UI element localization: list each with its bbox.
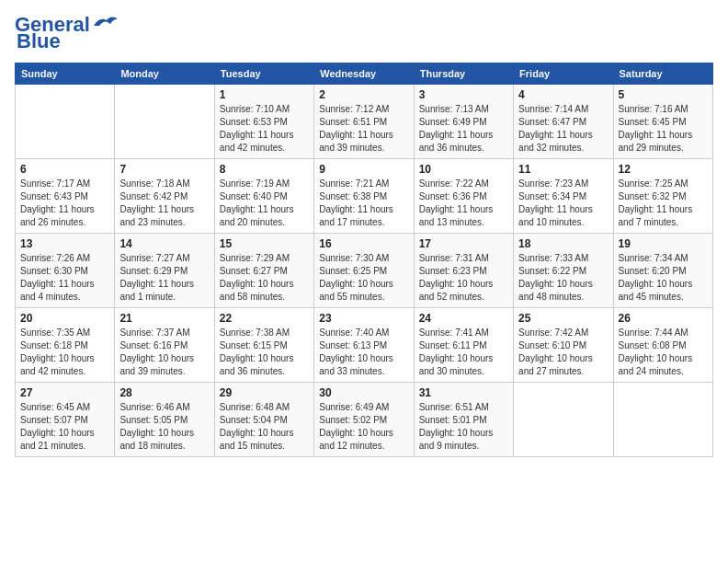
header-cell-saturday: Saturday [613, 63, 712, 85]
day-info: Sunrise: 6:49 AM Sunset: 5:02 PM Dayligh… [319, 401, 408, 453]
logo: General Blue [15, 15, 119, 52]
day-info: Sunrise: 7:18 AM Sunset: 6:42 PM Dayligh… [119, 178, 209, 229]
week-row-2: 6Sunrise: 7:17 AM Sunset: 6:43 PM Daylig… [16, 159, 713, 234]
day-cell: 9Sunrise: 7:21 AM Sunset: 6:38 PM Daylig… [314, 159, 414, 234]
day-cell: 5Sunrise: 7:16 AM Sunset: 6:45 PM Daylig… [613, 85, 712, 159]
day-number: 24 [419, 312, 508, 325]
day-info: Sunrise: 6:45 AM Sunset: 5:07 PM Dayligh… [20, 401, 109, 453]
header-cell-thursday: Thursday [414, 63, 513, 85]
day-info: Sunrise: 7:33 AM Sunset: 6:22 PM Dayligh… [518, 252, 608, 304]
day-cell: 12Sunrise: 7:25 AM Sunset: 6:32 PM Dayli… [613, 159, 712, 234]
day-info: Sunrise: 7:44 AM Sunset: 6:08 PM Dayligh… [619, 327, 708, 378]
day-cell: 15Sunrise: 7:29 AM Sunset: 6:27 PM Dayli… [214, 234, 313, 308]
day-info: Sunrise: 7:29 AM Sunset: 6:27 PM Dayligh… [220, 252, 309, 304]
day-info: Sunrise: 7:25 AM Sunset: 6:32 PM Dayligh… [619, 178, 708, 229]
day-number: 4 [518, 88, 608, 101]
day-cell: 17Sunrise: 7:31 AM Sunset: 6:23 PM Dayli… [414, 234, 513, 308]
day-number: 5 [619, 88, 708, 101]
day-cell: 1Sunrise: 7:10 AM Sunset: 6:53 PM Daylig… [214, 85, 313, 159]
week-row-1: 1Sunrise: 7:10 AM Sunset: 6:53 PM Daylig… [16, 85, 713, 159]
day-cell: 8Sunrise: 7:19 AM Sunset: 6:40 PM Daylig… [214, 159, 313, 234]
day-cell: 30Sunrise: 6:49 AM Sunset: 5:02 PM Dayli… [314, 383, 414, 457]
day-cell: 19Sunrise: 7:34 AM Sunset: 6:20 PM Dayli… [613, 234, 712, 308]
day-cell: 28Sunrise: 6:46 AM Sunset: 5:05 PM Dayli… [115, 383, 214, 457]
header-cell-wednesday: Wednesday [314, 63, 414, 85]
day-info: Sunrise: 7:23 AM Sunset: 6:34 PM Dayligh… [518, 178, 608, 229]
day-number: 29 [220, 386, 309, 399]
day-cell: 22Sunrise: 7:38 AM Sunset: 6:15 PM Dayli… [214, 308, 313, 383]
header-cell-monday: Monday [115, 63, 214, 85]
week-row-5: 27Sunrise: 6:45 AM Sunset: 5:07 PM Dayli… [16, 383, 713, 457]
day-number: 3 [419, 88, 508, 101]
day-cell [16, 85, 115, 159]
day-number: 15 [220, 237, 309, 250]
day-number: 21 [119, 312, 209, 325]
week-row-4: 20Sunrise: 7:35 AM Sunset: 6:18 PM Dayli… [16, 308, 713, 383]
day-number: 14 [119, 237, 209, 250]
day-number: 22 [220, 312, 309, 325]
header-cell-friday: Friday [514, 63, 613, 85]
day-info: Sunrise: 7:40 AM Sunset: 6:13 PM Dayligh… [319, 327, 408, 378]
day-number: 11 [518, 163, 608, 176]
day-number: 16 [319, 237, 408, 250]
day-cell: 3Sunrise: 7:13 AM Sunset: 6:49 PM Daylig… [414, 85, 513, 159]
day-cell: 6Sunrise: 7:17 AM Sunset: 6:43 PM Daylig… [16, 159, 115, 234]
day-cell [115, 85, 214, 159]
day-info: Sunrise: 6:48 AM Sunset: 5:04 PM Dayligh… [220, 401, 309, 453]
day-info: Sunrise: 7:31 AM Sunset: 6:23 PM Dayligh… [419, 252, 508, 304]
day-number: 17 [419, 237, 508, 250]
day-info: Sunrise: 6:46 AM Sunset: 5:05 PM Dayligh… [119, 401, 209, 453]
day-cell: 24Sunrise: 7:41 AM Sunset: 6:11 PM Dayli… [414, 308, 513, 383]
header-row: SundayMondayTuesdayWednesdayThursdayFrid… [16, 63, 713, 85]
day-info: Sunrise: 7:14 AM Sunset: 6:47 PM Dayligh… [518, 103, 608, 155]
header-cell-tuesday: Tuesday [214, 63, 313, 85]
day-cell: 20Sunrise: 7:35 AM Sunset: 6:18 PM Dayli… [16, 308, 115, 383]
day-info: Sunrise: 7:10 AM Sunset: 6:53 PM Dayligh… [220, 103, 309, 155]
calendar-table: SundayMondayTuesdayWednesdayThursdayFrid… [15, 63, 713, 457]
day-info: Sunrise: 7:17 AM Sunset: 6:43 PM Dayligh… [20, 178, 109, 229]
day-cell: 18Sunrise: 7:33 AM Sunset: 6:22 PM Dayli… [514, 234, 613, 308]
day-cell: 7Sunrise: 7:18 AM Sunset: 6:42 PM Daylig… [115, 159, 214, 234]
day-info: Sunrise: 7:19 AM Sunset: 6:40 PM Dayligh… [220, 178, 309, 229]
day-info: Sunrise: 7:35 AM Sunset: 6:18 PM Dayligh… [20, 327, 109, 378]
day-number: 7 [119, 163, 209, 176]
day-cell: 31Sunrise: 6:51 AM Sunset: 5:01 PM Dayli… [414, 383, 513, 457]
day-number: 1 [220, 88, 309, 101]
day-number: 10 [419, 163, 508, 176]
day-cell: 4Sunrise: 7:14 AM Sunset: 6:47 PM Daylig… [514, 85, 613, 159]
day-number: 31 [419, 386, 508, 399]
day-cell: 2Sunrise: 7:12 AM Sunset: 6:51 PM Daylig… [314, 85, 414, 159]
logo-bird-icon [92, 13, 119, 33]
day-number: 6 [20, 163, 109, 176]
day-info: Sunrise: 7:12 AM Sunset: 6:51 PM Dayligh… [319, 103, 408, 155]
day-info: Sunrise: 7:21 AM Sunset: 6:38 PM Dayligh… [319, 178, 408, 229]
day-cell [613, 383, 712, 457]
header-cell-sunday: Sunday [16, 63, 115, 85]
day-number: 9 [319, 163, 408, 176]
day-info: Sunrise: 7:42 AM Sunset: 6:10 PM Dayligh… [518, 327, 608, 378]
day-number: 28 [119, 386, 209, 399]
day-number: 18 [518, 237, 608, 250]
day-cell: 29Sunrise: 6:48 AM Sunset: 5:04 PM Dayli… [214, 383, 313, 457]
day-info: Sunrise: 7:37 AM Sunset: 6:16 PM Dayligh… [119, 327, 209, 378]
day-info: Sunrise: 6:51 AM Sunset: 5:01 PM Dayligh… [419, 401, 508, 453]
day-number: 8 [220, 163, 309, 176]
day-info: Sunrise: 7:26 AM Sunset: 6:30 PM Dayligh… [20, 252, 109, 304]
day-cell: 27Sunrise: 6:45 AM Sunset: 5:07 PM Dayli… [16, 383, 115, 457]
day-number: 23 [319, 312, 408, 325]
day-number: 20 [20, 312, 109, 325]
day-info: Sunrise: 7:13 AM Sunset: 6:49 PM Dayligh… [419, 103, 508, 155]
day-info: Sunrise: 7:38 AM Sunset: 6:15 PM Dayligh… [220, 327, 309, 378]
day-cell: 23Sunrise: 7:40 AM Sunset: 6:13 PM Dayli… [314, 308, 414, 383]
day-cell: 10Sunrise: 7:22 AM Sunset: 6:36 PM Dayli… [414, 159, 513, 234]
day-cell: 11Sunrise: 7:23 AM Sunset: 6:34 PM Dayli… [514, 159, 613, 234]
day-cell: 21Sunrise: 7:37 AM Sunset: 6:16 PM Dayli… [115, 308, 214, 383]
day-number: 2 [319, 88, 408, 101]
day-number: 26 [619, 312, 708, 325]
day-number: 27 [20, 386, 109, 399]
page-header: General Blue [15, 15, 713, 52]
day-number: 30 [319, 386, 408, 399]
day-cell: 14Sunrise: 7:27 AM Sunset: 6:29 PM Dayli… [115, 234, 214, 308]
day-info: Sunrise: 7:27 AM Sunset: 6:29 PM Dayligh… [119, 252, 209, 304]
day-info: Sunrise: 7:22 AM Sunset: 6:36 PM Dayligh… [419, 178, 508, 229]
